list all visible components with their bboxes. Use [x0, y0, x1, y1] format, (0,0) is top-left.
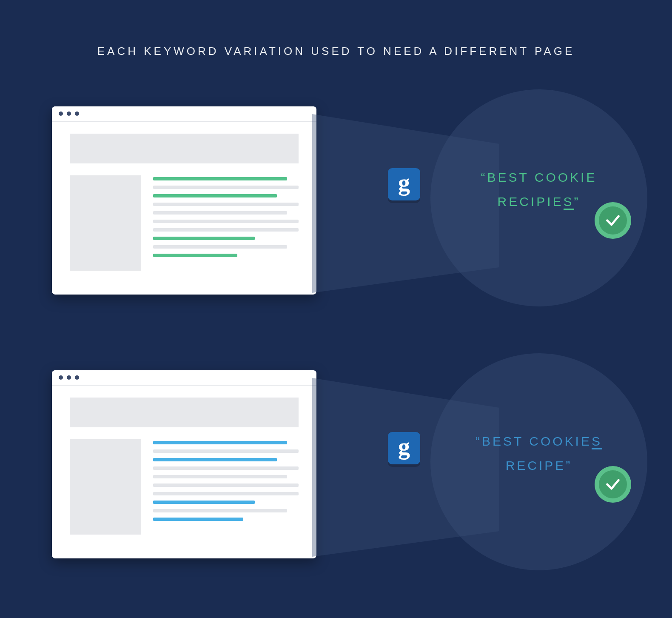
window-dot [59, 375, 63, 380]
keyword-text: “BEST COOKIE RECIPIES” [481, 165, 597, 214]
text-line [153, 475, 287, 478]
keyword-line-1: “BEST COOKIE [481, 165, 597, 189]
page-body [52, 122, 316, 271]
browser-mock-1 [52, 106, 316, 295]
window-dot [75, 112, 79, 116]
keyword-fragment: RECIPIE [497, 195, 563, 209]
keyword-line-2: RECIPE” [476, 453, 602, 478]
keyword-bubble-1: “BEST COOKIE RECIPIES” [430, 89, 647, 306]
keyword-text: “BEST COOKIES RECIPE” [476, 429, 602, 478]
text-line-highlight [153, 254, 237, 257]
window-dot [59, 112, 63, 116]
page-body [52, 386, 316, 535]
check-icon [595, 466, 631, 503]
keyword-fragment: “BEST COOKIE [476, 434, 592, 448]
example-row-2: “BEST COOKIES RECIPE” g [52, 370, 630, 562]
google-g-icon: g [388, 432, 420, 464]
page-image-block [70, 439, 141, 535]
browser-titlebar [52, 370, 316, 386]
text-line [153, 220, 299, 223]
keyword-bubble-2: “BEST COOKIES RECIPE” [430, 353, 647, 570]
keyword-line-1: “BEST COOKIES [476, 429, 602, 453]
keyword-line-2: RECIPIES” [481, 189, 597, 214]
page-content [70, 175, 299, 271]
page-text-lines [153, 175, 299, 271]
text-line-highlight [153, 177, 287, 180]
text-line-highlight [153, 501, 255, 504]
text-line [153, 245, 287, 249]
keyword-underline: S [564, 195, 574, 210]
text-line [153, 466, 299, 470]
page-content [70, 439, 299, 535]
keyword-fragment: ” [574, 195, 581, 209]
page-image-block [70, 175, 141, 271]
window-dot [67, 375, 71, 380]
text-line [153, 211, 287, 215]
google-g-icon: g [388, 168, 420, 200]
text-line [153, 492, 299, 495]
page-header-block [70, 398, 299, 427]
text-line-highlight [153, 518, 243, 521]
text-line [153, 484, 299, 487]
browser-mock-2 [52, 370, 316, 558]
text-line [153, 509, 287, 512]
check-icon [595, 202, 631, 239]
window-dot [67, 112, 71, 116]
window-dot [75, 375, 79, 380]
example-row-1: “BEST COOKIE RECIPIES” g [52, 106, 630, 298]
text-line-highlight [153, 194, 277, 197]
text-line-highlight [153, 458, 277, 461]
page-text-lines [153, 439, 299, 535]
text-line [153, 186, 299, 189]
keyword-underline: S [592, 435, 602, 449]
diagram-title: EACH KEYWORD VARIATION USED TO NEED A DI… [0, 0, 672, 58]
text-line-highlight [153, 237, 255, 240]
browser-titlebar [52, 106, 316, 122]
text-line [153, 203, 299, 206]
text-line-highlight [153, 441, 287, 444]
page-header-block [70, 134, 299, 163]
text-line [153, 449, 299, 453]
text-line [153, 228, 299, 232]
